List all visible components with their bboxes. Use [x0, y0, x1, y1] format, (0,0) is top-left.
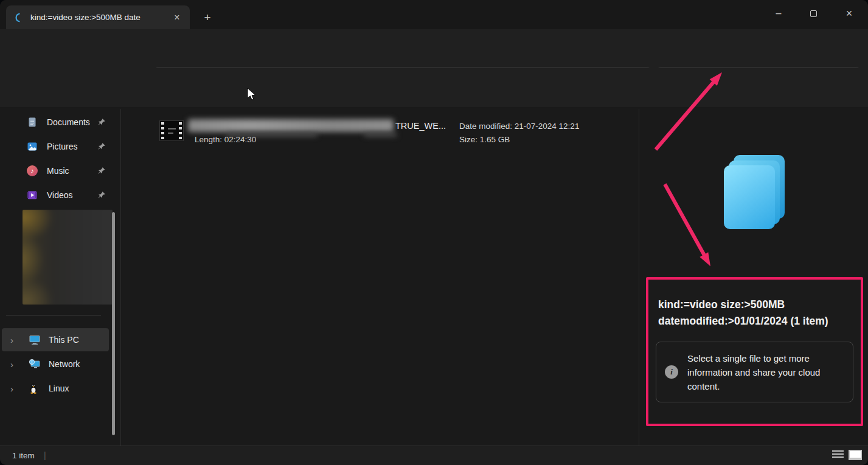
file-length: Length: 02:24:30	[195, 135, 256, 144]
details-info-message: Select a single file to get more informa…	[687, 351, 836, 393]
sidebar-item-network[interactable]: › Network	[2, 353, 109, 376]
sidebar-item-label: Music	[47, 166, 97, 176]
sidebar-item-label: This PC	[49, 335, 79, 345]
sidebar-item-label: Pictures	[47, 142, 97, 151]
command-toolbar: New	[0, 68, 868, 108]
pictures-icon	[27, 141, 38, 152]
folder-stack-front	[724, 165, 775, 229]
sidebar-item-label: Videos	[47, 190, 97, 200]
video-file-icon	[159, 120, 184, 141]
pin-icon[interactable]	[97, 118, 106, 126]
sidebar-item-pictures[interactable]: Pictures	[5, 136, 116, 157]
sidebar-scrollbar[interactable]	[112, 212, 115, 435]
file-name-redacted-blur	[364, 133, 397, 137]
file-date-modified: Date modified: 21-07-2024 12:21	[459, 122, 579, 131]
sidebar-main-divider	[120, 109, 121, 446]
details-info-box: i Select a single file to get more infor…	[656, 342, 853, 402]
status-bar: 1 item |	[0, 446, 868, 465]
main-panel-divider	[639, 109, 639, 446]
file-size: Size: 1.65 GB	[459, 135, 510, 144]
videos-icon	[27, 190, 38, 201]
music-icon: ♪	[27, 165, 38, 176]
new-tab-button[interactable]: +	[200, 10, 215, 26]
film-strip-left	[161, 122, 164, 139]
selection-summary: kind:=video size:>500MB datemodified:>01…	[658, 297, 856, 329]
navigation-bar: ← → ↑ × › Search Results in This PC B da…	[0, 29, 868, 68]
sidebar-divider	[6, 315, 101, 315]
film-text-line	[168, 133, 173, 134]
file-name-redacted-blur	[188, 119, 394, 132]
close-window-button[interactable]: ×	[835, 0, 863, 27]
tree-expander-icon[interactable]: ›	[10, 335, 18, 345]
sidebar-item-videos[interactable]: Videos	[5, 184, 116, 206]
pin-icon[interactable]	[97, 191, 106, 199]
minimize-button[interactable]: –	[765, 0, 793, 27]
sidebar-item-documents[interactable]: Documents	[5, 111, 116, 133]
tree-expander-icon[interactable]: ›	[10, 384, 18, 394]
mouse-cursor	[246, 88, 258, 101]
annotation-highlight-box: kind:=video size:>500MB datemodified:>01…	[646, 277, 863, 426]
file-name-visible-suffix: TRUE_WE...	[395, 121, 446, 131]
pin-icon[interactable]	[97, 142, 106, 151]
large-icons-view-toggle-icon[interactable]	[849, 450, 862, 460]
explorer-tab[interactable]: kind:=video size:>500MB date ×	[6, 5, 190, 29]
tab-bar: kind:=video size:>500MB date × + – ×	[0, 0, 868, 29]
this-pc-monitor-icon	[29, 334, 41, 345]
music-note-glyph: ♪	[30, 167, 34, 174]
sidebar-item-label: Documents	[47, 117, 97, 127]
tab-close-icon[interactable]: ×	[170, 11, 184, 24]
pin-icon[interactable]	[97, 167, 106, 175]
sidebar-item-this-pc[interactable]: › This PC	[2, 328, 109, 351]
linux-tux-icon	[29, 383, 41, 394]
documents-icon	[27, 117, 38, 128]
file-explorer-window: kind:=video size:>500MB date × + – × ← →…	[0, 0, 868, 465]
tab-loading-spinner-icon	[13, 13, 23, 22]
item-count: 1 item	[12, 451, 35, 460]
sidebar-thumbnail-blurred[interactable]	[23, 210, 113, 305]
status-separator: |	[44, 450, 46, 460]
maximize-button[interactable]	[799, 0, 827, 27]
sidebar-item-music[interactable]: ♪ Music	[5, 160, 116, 182]
film-text-line	[168, 128, 176, 129]
details-view-toggle-icon[interactable]	[832, 450, 844, 460]
thumbnail-blur	[23, 210, 113, 305]
info-icon: i	[665, 365, 678, 379]
maximize-icon	[810, 10, 817, 17]
sidebar-item-label: Linux	[49, 384, 69, 393]
film-strip-right	[179, 122, 182, 139]
network-icon	[29, 359, 41, 370]
tab-title: kind:=video size:>500MB date	[30, 13, 170, 22]
sidebar-item-linux[interactable]: › Linux	[2, 377, 109, 400]
sidebar-item-label: Network	[49, 359, 80, 369]
tree-expander-icon[interactable]: ›	[10, 359, 18, 370]
